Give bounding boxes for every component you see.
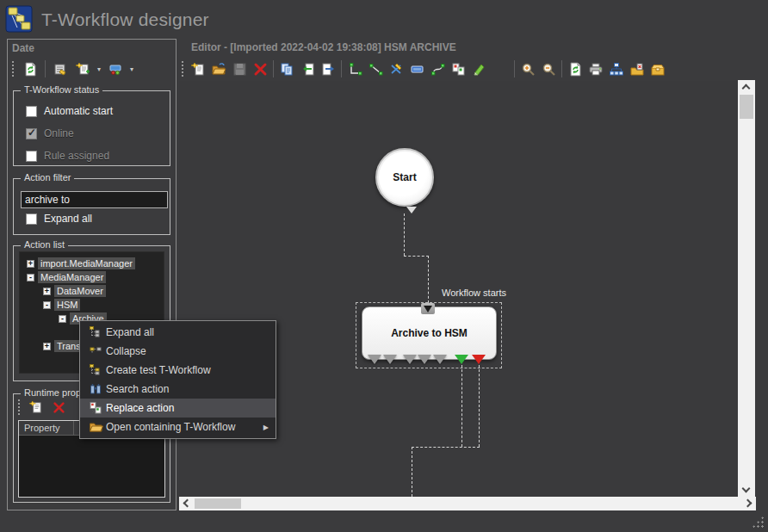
output-port-gray[interactable] bbox=[368, 355, 381, 364]
tree-item-hsm[interactable]: - HSM bbox=[20, 298, 164, 312]
action-filter-group: Action filter Expand all bbox=[13, 178, 170, 235]
highlighter-icon[interactable] bbox=[468, 59, 489, 79]
output-port-error[interactable] bbox=[472, 355, 486, 364]
checkbox-label: Automatic start bbox=[44, 105, 113, 117]
expander-icon[interactable]: + bbox=[27, 260, 34, 268]
open-folder-icon[interactable] bbox=[208, 59, 229, 79]
input-port-icon[interactable] bbox=[424, 306, 432, 312]
checkbox[interactable] bbox=[26, 106, 37, 117]
start-node[interactable]: Start bbox=[375, 148, 434, 207]
sidebar-toolbar: ▾ ▾ bbox=[8, 56, 176, 82]
horizontal-scrollbar[interactable] bbox=[179, 497, 756, 510]
label-box-icon[interactable] bbox=[406, 59, 427, 79]
toolbar-separator bbox=[341, 60, 342, 77]
vertical-scroll-thumb[interactable] bbox=[740, 95, 753, 119]
scroll-left-icon[interactable] bbox=[179, 497, 194, 510]
save-icon bbox=[229, 59, 250, 79]
vertical-scrollbar[interactable] bbox=[738, 80, 755, 497]
tree-item-datamover[interactable]: + DataMover bbox=[20, 284, 164, 298]
output-port-gray[interactable] bbox=[433, 355, 447, 364]
checkbox[interactable] bbox=[26, 213, 37, 225]
sidebar-header: Date bbox=[8, 40, 176, 56]
scroll-right-icon[interactable] bbox=[741, 497, 756, 510]
toolbar-grip[interactable] bbox=[11, 60, 15, 77]
checkbox-automatic-start[interactable]: Automatic start bbox=[14, 100, 170, 122]
export-page-icon[interactable] bbox=[318, 59, 338, 79]
output-port-gray[interactable] bbox=[418, 355, 431, 364]
menu-item-search-action[interactable]: Search action bbox=[80, 380, 276, 399]
horizontal-scroll-thumb[interactable] bbox=[195, 498, 241, 509]
zoom-in-icon[interactable] bbox=[517, 59, 538, 79]
expander-icon[interactable]: - bbox=[59, 315, 66, 323]
column-property[interactable]: Property bbox=[19, 421, 74, 435]
expander-icon[interactable]: + bbox=[43, 343, 51, 350]
title-bar: T-Workflow designer bbox=[0, 0, 768, 39]
expander-icon[interactable]: - bbox=[27, 274, 34, 281]
sidebar-panel: Date ▾ ▾ T-Workflow status Aut bbox=[7, 39, 177, 510]
new-document-icon[interactable] bbox=[188, 59, 208, 79]
start-node-label: Start bbox=[393, 171, 416, 183]
zoom-out-icon[interactable] bbox=[538, 59, 559, 79]
output-port-gray[interactable] bbox=[383, 355, 397, 364]
refresh-icon[interactable] bbox=[565, 59, 585, 79]
properties-icon[interactable] bbox=[50, 59, 71, 79]
import-page-icon[interactable] bbox=[297, 59, 318, 79]
tree-create-icon bbox=[85, 363, 106, 377]
scroll-down-icon[interactable] bbox=[738, 482, 755, 497]
submenu-arrow-icon: ▶ bbox=[263, 424, 270, 431]
connector-line bbox=[461, 365, 462, 447]
refresh-icon[interactable] bbox=[20, 59, 40, 79]
checkbox-expand-all[interactable]: Expand all bbox=[14, 208, 170, 230]
connector-line bbox=[404, 213, 405, 256]
tree-item-import-mediamanager[interactable]: + import.MediaManager bbox=[20, 257, 164, 270]
checkbox-label: Expand all bbox=[44, 213, 92, 225]
replace-pages-icon[interactable] bbox=[448, 59, 468, 79]
corner-connector-icon[interactable] bbox=[344, 59, 365, 79]
action-node-archive-to-hsm[interactable]: Archive to HSM bbox=[362, 306, 497, 360]
package-icon[interactable] bbox=[647, 59, 668, 79]
output-port-gray[interactable] bbox=[403, 355, 417, 364]
menu-item-replace-action[interactable]: Replace action bbox=[80, 399, 276, 418]
group-label: T-Workflow status bbox=[21, 84, 102, 95]
toolbar-grip[interactable] bbox=[181, 60, 185, 77]
menu-item-expand-all[interactable]: Expand all bbox=[80, 323, 276, 342]
group-label: Action filter bbox=[21, 172, 74, 182]
caret-down-icon[interactable]: ▾ bbox=[127, 65, 136, 73]
expander-icon[interactable]: + bbox=[43, 288, 51, 295]
menu-item-create-test-tworkflow[interactable]: Create test T-Workflow bbox=[80, 361, 276, 380]
binoculars-icon bbox=[85, 382, 106, 396]
copy-icon[interactable] bbox=[276, 59, 297, 79]
export-archive-icon[interactable] bbox=[627, 59, 647, 79]
new-page-icon[interactable] bbox=[26, 397, 46, 418]
app-title: T-Workflow designer bbox=[41, 9, 209, 30]
connector-line bbox=[404, 256, 429, 257]
action-filter-input[interactable] bbox=[21, 191, 168, 208]
checkbox-online[interactable]: Online bbox=[14, 122, 170, 145]
start-node-output-port[interactable] bbox=[406, 207, 417, 213]
scroll-up-icon[interactable] bbox=[738, 80, 755, 95]
tree-item-mediamanager[interactable]: - MediaManager bbox=[20, 270, 164, 284]
checkbox-label: Rule assigned bbox=[44, 150, 109, 162]
status-lights-icon[interactable] bbox=[105, 59, 126, 79]
checkbox-rule-assigned[interactable]: Rule assigned bbox=[14, 145, 170, 167]
print-icon[interactable] bbox=[585, 59, 606, 79]
workflow-app-icon bbox=[5, 5, 34, 34]
delete-x-icon[interactable] bbox=[48, 397, 69, 418]
toolbar-separator bbox=[561, 60, 562, 77]
toolbar-separator bbox=[514, 60, 515, 77]
menu-item-collapse[interactable]: Collapse bbox=[80, 342, 276, 361]
edit-connector-icon[interactable] bbox=[386, 59, 406, 79]
hierarchy-icon[interactable] bbox=[606, 59, 627, 79]
open-folder-icon bbox=[85, 420, 106, 434]
curve-connector-icon[interactable] bbox=[427, 59, 448, 79]
tree-collapse-icon bbox=[85, 344, 106, 358]
output-port-success[interactable] bbox=[455, 355, 468, 364]
window-resize-grip[interactable] bbox=[751, 515, 765, 529]
caret-down-icon[interactable]: ▾ bbox=[95, 65, 103, 73]
line-connector-icon[interactable] bbox=[365, 59, 386, 79]
new-tworkflow-icon[interactable] bbox=[72, 59, 93, 79]
menu-item-open-containing-tworkflow[interactable]: Open containing T-Workflow ▶ bbox=[80, 418, 276, 436]
expander-icon[interactable]: - bbox=[43, 301, 51, 309]
toolbar-grip[interactable] bbox=[17, 399, 22, 416]
delete-icon[interactable] bbox=[250, 59, 270, 79]
